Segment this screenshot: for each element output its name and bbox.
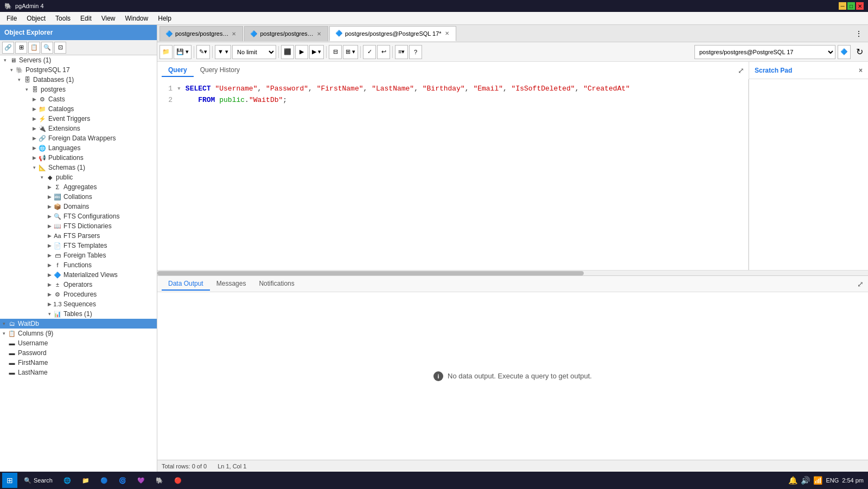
tree-item-fts-configurations[interactable]: ▶🔍FTS Configurations [0,211,157,221]
explain-button[interactable]: ⊟ [329,45,342,59]
data-output-tab[interactable]: Data Output [162,278,210,291]
tree-item-publications[interactable]: ▶📢Publications [0,153,157,163]
tree-icon-languages: 🌐 [38,144,47,152]
tabs-overflow[interactable]: ⋮ [852,29,866,38]
menu-file[interactable]: File [2,14,21,23]
close-button[interactable]: ✕ [856,2,864,10]
run-button[interactable]: ▶ [295,45,308,59]
tree-item-fts-dictionaries[interactable]: ▶📖FTS Dictionaries [0,221,157,231]
rollback-button[interactable]: ↩ [377,45,390,59]
tree-item-col-lastname[interactable]: ▬LastName [0,368,157,377]
tree-item-databases[interactable]: ▾🗄Databases (1) [0,75,157,85]
help-button[interactable]: ? [409,45,422,59]
tree-item-public[interactable]: ▾◆public [0,172,157,182]
tree-item-postgres[interactable]: ▾🗄postgres [0,85,157,94]
tree-item-languages[interactable]: ▶🌐Languages [0,143,157,153]
tree-item-fts-parsers[interactable]: ▶AaFTS Parsers [0,231,157,241]
tab-1[interactable]: 🔷 postgres/postgres… ✕ [159,26,243,41]
notifications-tab[interactable]: Notifications [252,278,301,291]
menu-object[interactable]: Object [22,14,50,23]
scratch-pad-close[interactable]: × [859,67,863,74]
sidebar-tool-grid[interactable]: ⊡ [54,42,66,54]
tab-3[interactable]: 🔷 postgres/postgres@PostgreSQL 17* ✕ [329,26,456,41]
open-file-button[interactable]: 📁 [159,45,173,59]
tree-icon-collations: 🔤 [53,192,62,201]
search-button[interactable]: 🔍 Search [20,473,57,488]
tree-item-col-password[interactable]: ▬Password [0,348,157,358]
connect-button[interactable]: 🔷 [838,45,851,59]
tree-item-foreign-data-wrappers[interactable]: ▶🔗Foreign Data Wrappers [0,133,157,143]
db-selector[interactable]: postgres/postgres@PostgreSQL 17 [694,45,835,59]
tree-item-waitdb[interactable]: ▾🗂WaitDb [0,319,157,329]
tree-item-col-username[interactable]: ▬Username [0,338,157,348]
tree-item-columns[interactable]: ▾📋Columns (9) [0,329,157,338]
tab-2-close[interactable]: ✕ [316,31,322,37]
tree-item-procedures[interactable]: ▶⚙Procedures [0,289,157,299]
stop-button[interactable]: ⬛ [281,45,294,59]
query-history-tab[interactable]: Query History [194,64,246,77]
tree-item-schemas[interactable]: ▾📐Schemas (1) [0,163,157,172]
query-tab[interactable]: Query [162,64,194,77]
taskbar-app-chrome[interactable]: 🔴 [170,473,186,488]
tab-1-close[interactable]: ✕ [231,31,237,37]
tree-label-fts-dictionaries: FTS Dictionaries [63,222,112,230]
sidebar-tool-table[interactable]: ⊞ [15,42,27,54]
tree-item-casts[interactable]: ▶⚙Casts [0,94,157,104]
tree-item-extensions[interactable]: ▶🔌Extensions [0,124,157,133]
tree-item-pg17[interactable]: ▾🐘PostgreSQL 17 [0,65,157,75]
start-button[interactable]: ⊞ [2,473,17,488]
explain-analyze-button[interactable]: ⊞ ▾ [343,45,358,59]
tree-item-catalogs[interactable]: ▶📁Catalogs [0,104,157,114]
code-editor[interactable]: 1 ▾ SELECT "Username", "Password", "Firs… [157,79,749,270]
maximize-button[interactable]: □ [847,2,855,10]
refresh-button[interactable]: ↻ [853,45,866,59]
taskbar-app-explorer[interactable]: 📁 [78,473,94,488]
no-limit-select[interactable]: No limit 10 rows 100 rows 1000 rows [232,45,276,59]
sidebar-tool-connect[interactable]: 🔗 [2,42,14,54]
sidebar-tool-search[interactable]: 🔍 [41,42,53,54]
menu-help[interactable]: Help [154,14,176,23]
title-controls: ─ □ ✕ [839,2,864,10]
tree-item-servers[interactable]: ▾🖥Servers (1) [0,55,157,65]
tree-item-operators[interactable]: ▶±Operators [0,280,157,289]
macros-button[interactable]: ≡▾ [395,45,408,59]
taskbar-app-spiral[interactable]: 🌀 [114,473,131,488]
tab-2[interactable]: 🔷 postgres/postgres… ✕ [244,26,328,41]
tray-network[interactable]: 📶 [813,476,822,485]
taskbar-app-edge[interactable]: 🔵 [96,473,112,488]
scratch-pad-panel[interactable] [749,79,868,270]
tree-item-foreign-tables[interactable]: ▶🗃Foreign Tables [0,250,157,260]
taskbar-app-browser[interactable]: 🌐 [59,473,75,488]
filter-button[interactable]: ▼ ▾ [215,45,231,59]
taskbar-app-pgadmin[interactable]: 🐘 [151,473,168,488]
commit-button[interactable]: ✓ [363,45,376,59]
tray-notification[interactable]: 🔔 [788,476,797,485]
sidebar-tool-copy[interactable]: 📋 [28,42,40,54]
taskbar-app-purple[interactable]: 💜 [133,473,149,488]
menu-edit[interactable]: Edit [76,14,96,23]
tree-label-functions: Functions [63,261,92,269]
tree-item-functions[interactable]: ▶fFunctions [0,260,157,270]
results-expand-button[interactable]: ⤢ [857,280,864,288]
expand-editor-button[interactable]: ⤢ [738,66,744,75]
tree-item-tables[interactable]: ▾📊Tables (1) [0,309,157,319]
tree-item-materialized-views[interactable]: ▶🔷Materialized Views [0,270,157,280]
tab-3-close[interactable]: ✕ [444,30,450,36]
tree-item-aggregates[interactable]: ▶ΣAggregates [0,182,157,192]
tray-sound[interactable]: 🔊 [801,476,810,485]
tree-label-schemas: Schemas (1) [48,164,85,171]
run-options-button[interactable]: ▶ ▾ [309,45,324,59]
minimize-button[interactable]: ─ [839,2,846,10]
tree-item-event-triggers[interactable]: ▶⚡Event Triggers [0,114,157,124]
tree-item-domains[interactable]: ▶📦Domains [0,202,157,211]
tree-item-col-firstname[interactable]: ▬FirstName [0,358,157,368]
menu-window[interactable]: Window [121,14,153,23]
tree-item-collations[interactable]: ▶🔤Collations [0,192,157,202]
tree-item-sequences[interactable]: ▶1.3Sequences [0,299,157,309]
menu-tools[interactable]: Tools [51,14,75,23]
format-button[interactable]: ✎▾ [196,45,210,59]
messages-tab[interactable]: Messages [210,278,253,291]
save-button[interactable]: 💾 ▾ [174,45,192,59]
tree-item-fts-templates[interactable]: ▶📄FTS Templates [0,241,157,250]
menu-view[interactable]: View [97,14,120,23]
